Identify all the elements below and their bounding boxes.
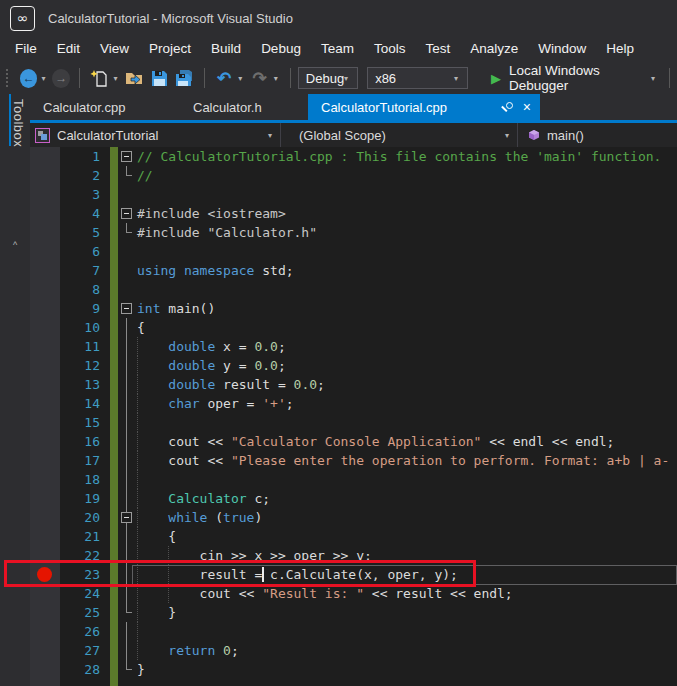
code-line[interactable]: 14 char oper = '+'; bbox=[30, 394, 677, 413]
outline-margin[interactable] bbox=[120, 413, 134, 432]
code-line[interactable]: 5#include "Calculator.h" bbox=[30, 223, 677, 242]
collapse-box-icon[interactable] bbox=[121, 208, 132, 219]
outline-margin[interactable] bbox=[120, 375, 134, 394]
breakpoint-indicator[interactable] bbox=[37, 567, 52, 582]
code-line[interactable]: 9int main() bbox=[30, 299, 677, 318]
code-line[interactable]: 27 return 0; bbox=[30, 641, 677, 660]
new-file-button[interactable] bbox=[90, 68, 109, 88]
code-line[interactable]: 26 bbox=[30, 622, 677, 641]
code-text[interactable]: // CalculatorTutorial.cpp : This file co… bbox=[137, 147, 661, 166]
member-dropdown[interactable]: main() bbox=[518, 123, 677, 147]
outline-margin[interactable] bbox=[120, 432, 134, 451]
outline-margin[interactable] bbox=[120, 318, 134, 337]
code-text[interactable]: double x = 0.0; bbox=[137, 337, 286, 356]
code-text[interactable]: char oper = '+'; bbox=[137, 394, 294, 413]
code-line[interactable]: 13 double result = 0.0; bbox=[30, 375, 677, 394]
code-line[interactable]: 24 cout << "Result is: " << result << en… bbox=[30, 584, 677, 603]
menu-build[interactable]: Build bbox=[201, 36, 251, 62]
menu-test[interactable]: Test bbox=[415, 36, 460, 62]
code-line[interactable]: 4#include <iostream> bbox=[30, 204, 677, 223]
outline-margin[interactable] bbox=[120, 641, 134, 660]
pin-icon[interactable] bbox=[501, 101, 514, 113]
code-text[interactable]: Calculator c; bbox=[137, 489, 270, 508]
code-text[interactable]: #include "Calculator.h" bbox=[137, 223, 317, 242]
code-text[interactable]: double y = 0.0; bbox=[137, 356, 286, 375]
project-dropdown[interactable]: CalculatorTutorial ▾ bbox=[30, 123, 281, 147]
code-text[interactable]: } bbox=[137, 603, 176, 622]
menu-debug[interactable]: Debug bbox=[251, 36, 311, 62]
outline-margin[interactable] bbox=[120, 166, 134, 185]
menu-view[interactable]: View bbox=[90, 36, 139, 62]
menu-window[interactable]: Window bbox=[528, 36, 596, 62]
save-all-button[interactable] bbox=[175, 68, 194, 88]
code-text[interactable]: } bbox=[137, 660, 145, 679]
code-text[interactable]: { bbox=[137, 318, 145, 337]
menu-analyze[interactable]: Analyze bbox=[460, 36, 528, 62]
code-text[interactable]: return 0; bbox=[137, 641, 239, 660]
redo-button[interactable]: ↷ bbox=[250, 68, 269, 88]
navigate-forward-button[interactable]: → bbox=[52, 69, 70, 88]
toolbar-grip[interactable] bbox=[6, 69, 10, 87]
code-line[interactable]: 28} bbox=[30, 660, 677, 679]
code-line[interactable]: 15 bbox=[30, 413, 677, 432]
solution-configuration-dropdown[interactable]: Debug ▾ bbox=[298, 67, 358, 89]
code-line[interactable]: 25 } bbox=[30, 603, 677, 622]
tab-calculator.h[interactable]: Calculator.h bbox=[180, 94, 308, 120]
outline-margin[interactable] bbox=[120, 223, 134, 242]
code-line[interactable]: 7using namespace std; bbox=[30, 261, 677, 280]
outline-margin[interactable] bbox=[120, 508, 134, 527]
outline-margin[interactable] bbox=[120, 565, 134, 584]
code-line[interactable]: 10{ bbox=[30, 318, 677, 337]
toolbox-tab[interactable]: Toolbox bbox=[11, 99, 26, 147]
outline-margin[interactable] bbox=[120, 451, 134, 470]
code-line[interactable]: 20 while (true) bbox=[30, 508, 677, 527]
code-line[interactable]: 23 result = c.Calculate(x, oper, y); bbox=[30, 565, 677, 584]
code-line[interactable]: 22 cin >> x >> oper >> y; bbox=[30, 546, 677, 565]
code-line[interactable]: 3 bbox=[30, 185, 677, 204]
new-file-dropdown[interactable]: ▾ bbox=[113, 74, 117, 83]
outline-margin[interactable] bbox=[120, 546, 134, 565]
outline-margin[interactable] bbox=[120, 603, 134, 622]
code-text[interactable]: cout << "Calculator Console Application"… bbox=[137, 432, 614, 451]
tab-calculatortutorial.cpp[interactable]: CalculatorTutorial.cpp× bbox=[308, 94, 540, 120]
collapse-box-icon[interactable] bbox=[121, 151, 132, 162]
close-icon[interactable]: × bbox=[523, 100, 531, 114]
code-line[interactable]: 12 double y = 0.0; bbox=[30, 356, 677, 375]
code-text[interactable]: // bbox=[137, 166, 153, 185]
code-line[interactable]: 6 bbox=[30, 242, 677, 261]
undo-button[interactable]: ↶ bbox=[215, 68, 234, 88]
code-text[interactable]: cout << "Please enter the operation to p… bbox=[137, 451, 669, 470]
code-line[interactable]: 17 cout << "Please enter the operation t… bbox=[30, 451, 677, 470]
outline-margin[interactable] bbox=[120, 356, 134, 375]
code-text[interactable]: double result = 0.0; bbox=[137, 375, 325, 394]
menu-edit[interactable]: Edit bbox=[47, 36, 90, 62]
code-text[interactable]: #include <iostream> bbox=[137, 204, 286, 223]
tab-calculator.cpp[interactable]: Calculator.cpp bbox=[30, 94, 180, 120]
outline-margin[interactable] bbox=[120, 584, 134, 603]
collapse-box-icon[interactable] bbox=[121, 303, 132, 314]
navigate-back-button[interactable]: ← bbox=[20, 69, 38, 88]
code-line[interactable]: 21 { bbox=[30, 527, 677, 546]
scope-dropdown[interactable]: (Global Scope) ▾ bbox=[281, 123, 518, 147]
collapse-box-icon[interactable] bbox=[121, 512, 132, 523]
code-line[interactable]: 16 cout << "Calculator Console Applicati… bbox=[30, 432, 677, 451]
redo-dropdown[interactable]: ▾ bbox=[274, 74, 278, 83]
code-editor[interactable]: 1// CalculatorTutorial.cpp : This file c… bbox=[30, 147, 677, 686]
open-file-button[interactable] bbox=[125, 68, 144, 88]
undo-dropdown[interactable]: ▾ bbox=[238, 74, 242, 83]
code-text[interactable]: using namespace std; bbox=[137, 261, 294, 280]
code-line[interactable]: 18 bbox=[30, 470, 677, 489]
code-text[interactable]: while (true) bbox=[137, 508, 262, 527]
outline-margin[interactable] bbox=[120, 204, 134, 223]
code-line[interactable]: 1// CalculatorTutorial.cpp : This file c… bbox=[30, 147, 677, 166]
outline-margin[interactable] bbox=[120, 527, 134, 546]
menu-tools[interactable]: Tools bbox=[364, 36, 416, 62]
outline-margin[interactable] bbox=[120, 337, 134, 356]
code-text[interactable]: result = c.Calculate(x, oper, y); bbox=[137, 565, 458, 584]
outline-margin[interactable] bbox=[120, 470, 134, 489]
outline-margin[interactable] bbox=[120, 299, 134, 318]
start-debugging-button[interactable]: ▶ Local Windows Debugger ▾ bbox=[491, 63, 660, 93]
menu-file[interactable]: File bbox=[5, 36, 47, 62]
menu-project[interactable]: Project bbox=[139, 36, 201, 62]
code-text[interactable]: int main() bbox=[137, 299, 215, 318]
